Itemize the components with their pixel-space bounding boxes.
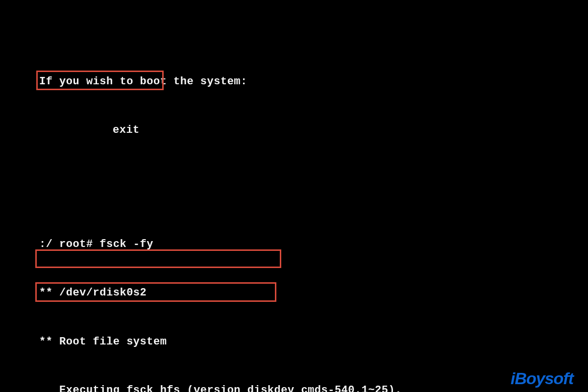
fsck-rootfs: ** Root file system (39, 334, 559, 350)
cmd-fsck: :/ root# fsck -fy (39, 236, 559, 252)
watermark-text: Boysoft (514, 369, 573, 388)
fsck-exec: Executing fsck_hfs (version diskdev_cmds… (39, 382, 559, 392)
watermark-logo: iBoysoft (511, 369, 573, 388)
boot-hint-exit: exit (39, 122, 559, 138)
boot-hint-line: If you wish to boot the system: (39, 74, 559, 90)
terminal-output: If you wish to boot the system: exit :/ … (39, 24, 559, 392)
terminal-screen: If you wish to boot the system: exit :/ … (0, 0, 588, 392)
blank-line (39, 171, 559, 187)
fsck-dev: ** /dev/rdisk0s2 (39, 285, 559, 301)
